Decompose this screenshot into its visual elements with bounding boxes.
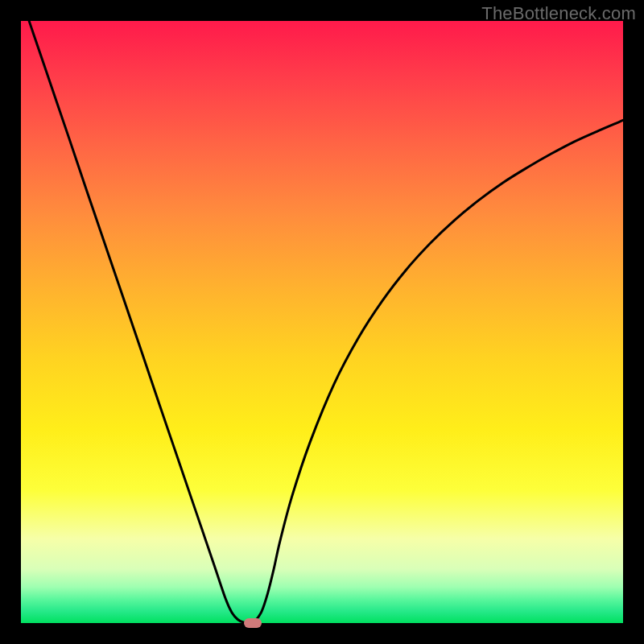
watermark-label: TheBottleneck.com [481,3,636,24]
chart-frame: TheBottleneck.com [0,0,644,644]
bottleneck-curve [21,21,623,623]
optimal-point-marker [244,618,262,628]
plot-area [21,21,623,623]
